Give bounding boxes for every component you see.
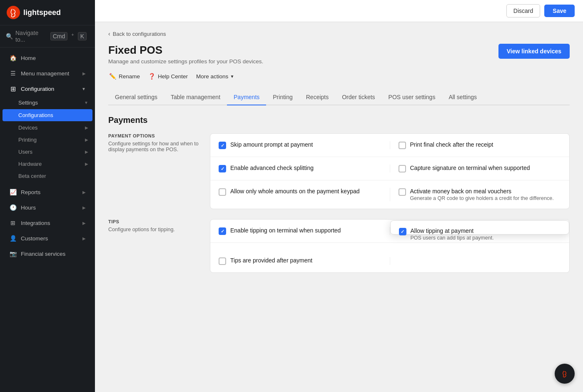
sidebar-item-configurations-label: Configurations	[18, 112, 53, 118]
capture-signature-checkbox[interactable]	[399, 165, 406, 172]
sidebar-item-reports[interactable]: 📈 Reports ▶	[2, 185, 92, 200]
chevron-integrations-icon: ▶	[82, 221, 86, 225]
help-center-label: Help Center	[158, 73, 188, 80]
tabs: General settings Table management Paymen…	[108, 90, 570, 105]
menu-icon: ☰	[9, 70, 17, 77]
more-actions-button[interactable]: More actions ▼	[195, 72, 235, 81]
search-nav[interactable]: 🔍 Navigate to... Cmd + K	[0, 25, 95, 47]
tab-order-tickets[interactable]: Order tickets	[335, 90, 381, 105]
tipping-terminal-checkbox[interactable]	[219, 227, 226, 235]
home-icon: 🏠	[9, 54, 17, 62]
capture-signature-label: Capture signature on terminal when suppo…	[410, 165, 530, 171]
content-area: ‹ Back to configurations Fixed POS Manag…	[95, 22, 583, 392]
whole-amounts-option: Allow only whole amounts on the payment …	[219, 188, 381, 196]
sidebar-item-users-label: Users	[18, 149, 32, 155]
kbd-k: K	[78, 32, 87, 40]
capture-signature-option: Capture signature on terminal when suppo…	[399, 165, 561, 172]
breadcrumb-label: Back to configurations	[113, 31, 166, 37]
chevron-users-icon: ▶	[85, 150, 88, 154]
sidebar-item-users[interactable]: Users ▶	[0, 146, 95, 158]
print-final-check-checkbox[interactable]	[399, 142, 406, 149]
sidebar-item-integrations-label: Integrations	[21, 220, 50, 226]
chevron-right-icon: ▶	[82, 71, 86, 76]
nav-main: 🏠 Home ☰ Menu management ▶ ⊞ Configurati…	[0, 47, 95, 264]
page-actions: ✏️ Rename ❓ Help Center More actions ▼	[108, 71, 570, 81]
sidebar-item-financial-label: Financial services	[21, 251, 65, 257]
sidebar-item-menu-label: Menu management	[21, 70, 69, 77]
sidebar-item-integrations[interactable]: ⊞ Integrations ▶	[2, 215, 92, 230]
tipping-terminal-option: Enable tipping on terminal when supporte…	[219, 227, 381, 235]
print-final-check-option: Print final check after the receipt	[399, 141, 561, 149]
allow-tipping-payment-checkbox[interactable]	[399, 228, 406, 235]
payments-section-title: Payments	[108, 115, 570, 125]
sidebar-item-configurations[interactable]: Configurations	[2, 109, 92, 121]
meal-vouchers-sub: Generate a QR code to give holders a cre…	[410, 195, 554, 201]
view-linked-devices-button[interactable]: View linked devices	[498, 44, 570, 59]
search-icon: 🔍	[6, 33, 13, 40]
kbd-cmd: Cmd	[50, 32, 68, 40]
payment-options-title: PAYMENT OPTIONS	[108, 133, 200, 138]
breadcrumb[interactable]: ‹ Back to configurations	[108, 30, 570, 37]
tips-row-1: Enable tipping on terminal when supporte…	[210, 220, 569, 243]
fab-button[interactable]	[555, 364, 575, 384]
tab-payments[interactable]: Payments	[227, 90, 266, 105]
chevron-customers-icon: ▶	[82, 236, 86, 241]
tab-table-management[interactable]: Table management	[164, 90, 227, 105]
sidebar-item-devices[interactable]: Devices ▶	[0, 122, 95, 134]
meal-vouchers-checkbox[interactable]	[399, 188, 406, 196]
tips-label-col: TIPS Configure options for tipping.	[108, 219, 200, 273]
sidebar-item-beta-center[interactable]: Beta center	[0, 170, 95, 182]
tab-pos-user-settings[interactable]: POS user settings	[382, 90, 442, 105]
tab-general-settings[interactable]: General settings	[108, 90, 164, 105]
sidebar-item-hardware-label: Hardware	[18, 161, 42, 167]
help-icon: ❓	[148, 73, 155, 80]
sidebar-item-financial-services[interactable]: 📷 Financial services	[2, 246, 92, 261]
rename-button[interactable]: ✏️ Rename	[108, 71, 141, 81]
whole-amounts-label: Allow only whole amounts on the payment …	[230, 188, 360, 195]
sidebar-item-printing-label: Printing	[18, 137, 37, 143]
financial-icon: 📷	[9, 250, 17, 257]
chevron-hours-icon: ▶	[82, 205, 86, 210]
tips-row-2: Tips are provided after payment	[210, 250, 569, 272]
tab-all-settings[interactable]: All settings	[442, 90, 483, 105]
advanced-splitting-checkbox[interactable]	[219, 165, 226, 172]
sidebar-item-settings[interactable]: Settings ▼	[0, 97, 95, 109]
config-icon: ⊞	[9, 85, 17, 92]
tab-printing[interactable]: Printing	[266, 90, 299, 105]
save-button[interactable]: Save	[544, 5, 575, 17]
sidebar-item-menu-management[interactable]: ☰ Menu management ▶	[2, 66, 92, 81]
payment-options-card: Skip amount prompt at payment Print fina…	[210, 133, 570, 209]
tab-receipts[interactable]: Receipts	[299, 90, 335, 105]
whole-amounts-checkbox[interactable]	[219, 188, 226, 196]
chevron-printing-icon: ▶	[85, 137, 88, 142]
sidebar-item-beta-label: Beta center	[18, 173, 46, 179]
advanced-splitting-option: Enable advanced check splitting	[219, 165, 381, 172]
sidebar-item-printing[interactable]: Printing ▶	[0, 134, 95, 146]
sidebar-item-devices-label: Devices	[18, 125, 37, 131]
logo-icon	[7, 6, 20, 19]
page-title-area: Fixed POS Manage and customize settings …	[108, 44, 263, 65]
chevron-down-icon: ▼	[82, 87, 86, 91]
sidebar-item-customers[interactable]: 👤 Customers ▶	[2, 231, 92, 246]
skip-amount-checkbox[interactable]	[219, 142, 226, 149]
payment-options-desc: Configure settings for how and when to d…	[108, 141, 200, 152]
sidebar-item-settings-label: Settings	[18, 100, 38, 106]
sidebar-item-home[interactable]: 🏠 Home	[2, 50, 92, 65]
tips-after-payment-option: Tips are provided after payment	[219, 257, 381, 265]
sidebar-item-hours[interactable]: 🕐 Hours ▶	[2, 200, 92, 215]
sidebar-item-home-label: Home	[21, 55, 36, 61]
tips-after-payment-label: Tips are provided after payment	[230, 257, 312, 264]
discard-button[interactable]: Discard	[506, 4, 540, 17]
tips-title: TIPS	[108, 219, 200, 224]
help-center-button[interactable]: ❓ Help Center	[147, 71, 189, 81]
skip-amount-option: Skip amount prompt at payment	[219, 141, 381, 149]
tips-row: TIPS Configure options for tipping. Enab…	[108, 219, 570, 273]
main-area: Discard Save ‹ Back to configurations Fi…	[95, 0, 583, 392]
tips-after-payment-checkbox[interactable]	[219, 257, 226, 265]
customers-icon: 👤	[9, 235, 17, 242]
sidebar-item-hardware[interactable]: Hardware ▶	[0, 158, 95, 170]
more-actions-label: More actions	[196, 73, 228, 80]
rename-icon: ✏️	[109, 73, 116, 80]
sidebar-item-configuration[interactable]: ⊞ Configuration ▼	[2, 81, 92, 96]
tipping-terminal-label: Enable tipping on terminal when supporte…	[230, 227, 341, 234]
